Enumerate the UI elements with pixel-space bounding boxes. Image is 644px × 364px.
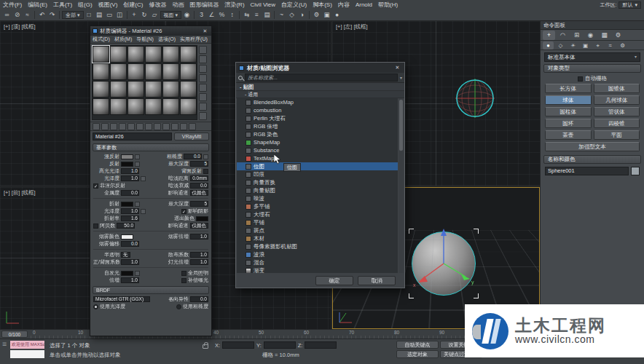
menu-rendering[interactable]: 渲染(R) — [221, 1, 247, 9]
object-name-field[interactable]: Sphere001 — [545, 167, 629, 175]
close-icon[interactable]: ✕ — [393, 65, 401, 71]
map-type-item[interactable]: 每像素摄影机贴图 — [237, 242, 398, 250]
cancel-button[interactable]: 取消 — [358, 276, 396, 285]
gloss-spinner[interactable]: 1.0 — [121, 175, 139, 181]
tab-create-icon[interactable]: + — [543, 31, 555, 40]
material-type-button[interactable]: VRayMtl — [174, 132, 209, 141]
mult-spinner[interactable]: 1.0 — [121, 277, 139, 283]
material-sample-slot[interactable] — [145, 98, 162, 115]
track-bar[interactable]: 0/100 0 10 20 30 40 50 60 70 80 90 100 — [0, 329, 540, 339]
select-and-move-icon[interactable]: + — [130, 10, 139, 20]
map-type-item[interactable]: 多平铺 — [237, 202, 398, 210]
menu-group[interactable]: 组(G) — [75, 1, 95, 9]
pyramid-button[interactable]: 四棱锥 — [594, 119, 640, 128]
select-by-name-icon[interactable]: ▤ — [95, 10, 104, 20]
video-color-check-icon[interactable] — [199, 84, 207, 92]
unlink-selection-icon[interactable]: ⊘ — [12, 10, 22, 20]
material-sample-slot[interactable] — [180, 98, 197, 115]
material-editor-options-icon[interactable] — [199, 103, 207, 111]
map-type-item[interactable]: Substance — [237, 146, 398, 154]
menu-arnold[interactable]: Arnold — [353, 1, 375, 8]
mirror-icon[interactable]: ⇆ — [242, 10, 251, 20]
map-button[interactable] — [135, 154, 140, 159]
map-type-item[interactable]: 混合 — [237, 258, 398, 266]
menu-graph-editors[interactable]: 图形编辑器 — [186, 1, 221, 9]
material-sample-slot[interactable] — [162, 98, 179, 115]
reflect-color-swatch[interactable] — [121, 162, 133, 167]
diffuse-color-swatch[interactable] — [121, 154, 133, 159]
roughness-spinner[interactable]: 0.0 — [184, 154, 202, 159]
name-color-rollout[interactable]: 名称和颜色 — [543, 155, 641, 164]
menu-customize[interactable]: 自定义(U) — [278, 1, 310, 9]
wireframe-sphere[interactable] — [455, 79, 495, 118]
refract-color-swatch[interactable] — [121, 202, 133, 207]
browser-titlebar[interactable]: 材质/贴图浏览器 ✕ — [236, 63, 404, 73]
menu-content[interactable]: 内容 — [335, 1, 353, 9]
show-end-result-icon[interactable] — [162, 123, 170, 130]
map-button[interactable] — [141, 209, 146, 214]
layer-manager-icon[interactable]: ▤ — [262, 10, 272, 20]
selection-filter-dropdown[interactable]: 全部 ▾ — [62, 11, 84, 19]
map-type-item[interactable]: Perlin 大理石 — [237, 114, 398, 122]
material-sample-slot[interactable] — [127, 81, 144, 98]
material-sample-slot[interactable] — [110, 81, 127, 98]
selection-lock-icon[interactable] — [203, 344, 208, 349]
brdf-rollout[interactable]: BRDF — [93, 286, 209, 294]
material-sample-slot[interactable] — [127, 98, 144, 115]
sample-tiling-icon[interactable] — [199, 74, 207, 82]
map-button[interactable] — [203, 154, 208, 159]
tab-hierarchy-icon[interactable]: ⊞ — [570, 31, 583, 40]
z-coordinate-field[interactable] — [305, 341, 337, 349]
material-sample-slot[interactable] — [162, 81, 179, 98]
menu-animation[interactable]: 动画 — [169, 1, 186, 9]
selected-objects-dropdown[interactable]: 选定对象 — [396, 350, 439, 358]
sphere-button[interactable]: 球体 — [545, 95, 592, 105]
material-editor-icon[interactable]: ◑ — [297, 10, 307, 20]
ior-spinner[interactable]: 1.6 — [121, 215, 139, 221]
menu-navigation[interactable]: 导航(N) — [134, 36, 156, 43]
map-type-item[interactable]: 渐变 — [237, 266, 398, 273]
map-type-item[interactable]: 波浪 — [237, 250, 398, 258]
select-and-scale-icon[interactable]: ▱ — [150, 10, 160, 20]
material-sample-slot[interactable] — [145, 81, 162, 98]
menu-create[interactable]: 创建(C) — [120, 1, 146, 9]
autogrid-checkbox[interactable] — [578, 76, 583, 82]
material-sample-slot[interactable] — [93, 63, 109, 80]
make-unique-icon[interactable] — [127, 123, 135, 130]
material-sample-slot[interactable] — [180, 63, 197, 80]
map-type-item[interactable]: RGB 倍增 — [237, 122, 398, 130]
material-name-field[interactable]: Material #26 — [93, 132, 172, 141]
viewport-label-left[interactable]: [+] [左] [线框] — [336, 23, 368, 31]
curve-editor-icon[interactable]: ~ — [277, 10, 286, 20]
use-glossiness-radio[interactable] — [93, 304, 98, 309]
schematic-view-icon[interactable]: ◇ — [287, 10, 297, 20]
undo-icon[interactable]: ↶ — [37, 10, 47, 20]
menu-modifiers[interactable]: 修改器 — [146, 1, 169, 9]
map-type-item[interactable]: 平铺 — [237, 218, 398, 226]
comp-exposure-checkbox[interactable] — [181, 278, 186, 283]
render-icon[interactable]: ● — [332, 10, 342, 20]
back-reflect-checkbox[interactable] — [203, 169, 208, 174]
front-back-spinner[interactable]: 1.0 — [121, 259, 139, 265]
snap-toggle-icon[interactable]: 3 — [197, 10, 206, 20]
menu-scripting[interactable]: 脚本(S) — [310, 1, 335, 9]
menu-tools[interactable]: 工具(T) — [50, 1, 75, 9]
map-type-item-selected[interactable]: 位图 — [237, 162, 398, 170]
maps-group-header[interactable]: - 贴图 — [236, 83, 404, 91]
redo-icon[interactable]: ↷ — [47, 10, 57, 20]
map-button[interactable] — [141, 176, 146, 181]
affect-shadows-checkbox[interactable] — [181, 209, 186, 214]
primitive-category-dropdown[interactable]: 标准基本体 ▾ — [544, 52, 640, 62]
map-type-item[interactable]: 斑点 — [237, 226, 398, 234]
box-button[interactable]: 长方体 — [545, 84, 592, 93]
use-roughness-radio[interactable] — [176, 304, 181, 309]
gi-checkbox[interactable] — [181, 271, 186, 276]
menu-edit[interactable]: 编辑(E) — [25, 1, 50, 9]
spinner-snap-icon[interactable]: ↕ — [227, 10, 237, 20]
material-sample-slot[interactable] — [127, 46, 144, 63]
chevron-down-icon[interactable]: ▾ — [400, 75, 402, 80]
map-button[interactable] — [135, 271, 140, 276]
self-illum-swatch[interactable] — [121, 271, 133, 276]
space-warps-icon[interactable]: ≈ — [605, 41, 616, 50]
plane-button[interactable]: 平面 — [594, 130, 640, 140]
